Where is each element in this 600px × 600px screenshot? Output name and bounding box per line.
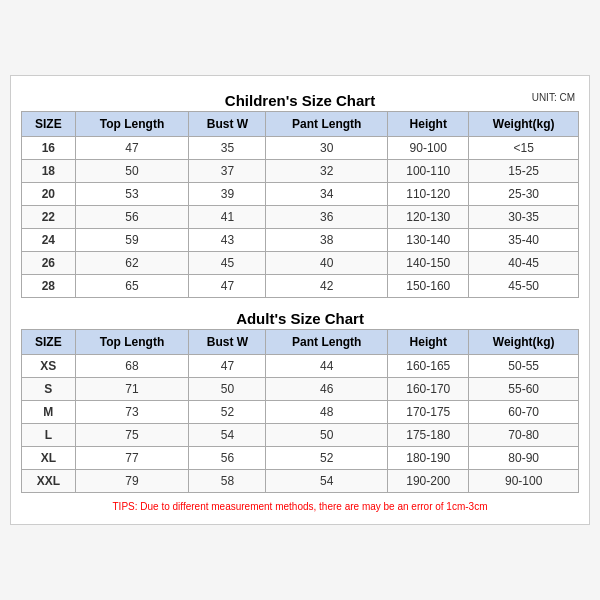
table-cell: 30-35 — [469, 206, 579, 229]
table-cell: 80-90 — [469, 447, 579, 470]
table-cell: 59 — [75, 229, 189, 252]
table-row: 24594338130-14035-40 — [22, 229, 579, 252]
table-cell: 150-160 — [388, 275, 469, 298]
table-cell: 32 — [266, 160, 388, 183]
table-cell: 56 — [189, 447, 266, 470]
table-row: 26624540140-15040-45 — [22, 252, 579, 275]
table-cell: 15-25 — [469, 160, 579, 183]
table-cell: 40-45 — [469, 252, 579, 275]
table-cell: 73 — [75, 401, 189, 424]
table-cell: 40 — [266, 252, 388, 275]
table-row: XS684744160-16550-55 — [22, 355, 579, 378]
adults-header-row: SIZE Top Length Bust W Pant Length Heigh… — [22, 330, 579, 355]
table-cell: 55-60 — [469, 378, 579, 401]
table-cell: 47 — [75, 137, 189, 160]
table-cell: L — [22, 424, 76, 447]
table-cell: 170-175 — [388, 401, 469, 424]
table-cell: <15 — [469, 137, 579, 160]
table-cell: 44 — [266, 355, 388, 378]
table-cell: 30 — [266, 137, 388, 160]
table-row: L755450175-18070-80 — [22, 424, 579, 447]
table-cell: 25-30 — [469, 183, 579, 206]
table-cell: 47 — [189, 275, 266, 298]
table-cell: 50 — [189, 378, 266, 401]
table-cell: 75 — [75, 424, 189, 447]
table-cell: 41 — [189, 206, 266, 229]
table-cell: 180-190 — [388, 447, 469, 470]
adults-section-title: Adult's Size Chart — [21, 304, 579, 329]
table-cell: 130-140 — [388, 229, 469, 252]
table-cell: 26 — [22, 252, 76, 275]
table-cell: 42 — [266, 275, 388, 298]
table-row: S715046160-17055-60 — [22, 378, 579, 401]
table-cell: 68 — [75, 355, 189, 378]
table-cell: 70-80 — [469, 424, 579, 447]
children-col-weight: Weight(kg) — [469, 112, 579, 137]
table-cell: M — [22, 401, 76, 424]
table-cell: 37 — [189, 160, 266, 183]
table-cell: 47 — [189, 355, 266, 378]
table-row: 1647353090-100<15 — [22, 137, 579, 160]
table-cell: 52 — [189, 401, 266, 424]
table-cell: XXL — [22, 470, 76, 493]
table-cell: 53 — [75, 183, 189, 206]
children-col-top-length: Top Length — [75, 112, 189, 137]
table-cell: 18 — [22, 160, 76, 183]
table-cell: 65 — [75, 275, 189, 298]
table-cell: 54 — [266, 470, 388, 493]
table-cell: 48 — [266, 401, 388, 424]
children-col-bust: Bust W — [189, 112, 266, 137]
table-cell: 56 — [75, 206, 189, 229]
table-cell: 90-100 — [388, 137, 469, 160]
table-cell: 100-110 — [388, 160, 469, 183]
table-cell: 45 — [189, 252, 266, 275]
table-cell: 71 — [75, 378, 189, 401]
table-cell: 39 — [189, 183, 266, 206]
table-cell: 60-70 — [469, 401, 579, 424]
table-cell: 38 — [266, 229, 388, 252]
table-cell: 45-50 — [469, 275, 579, 298]
adults-title-text: Adult's Size Chart — [236, 310, 364, 327]
adults-col-height: Height — [388, 330, 469, 355]
adults-col-top-length: Top Length — [75, 330, 189, 355]
table-cell: 35 — [189, 137, 266, 160]
table-cell: 50 — [75, 160, 189, 183]
table-cell: 50-55 — [469, 355, 579, 378]
children-col-pant-length: Pant Length — [266, 112, 388, 137]
table-cell: 190-200 — [388, 470, 469, 493]
table-cell: 77 — [75, 447, 189, 470]
table-row: M735248170-17560-70 — [22, 401, 579, 424]
table-cell: 90-100 — [469, 470, 579, 493]
children-section-title: Children's Size Chart UNIT: CM — [21, 86, 579, 111]
table-cell: XS — [22, 355, 76, 378]
table-cell: 79 — [75, 470, 189, 493]
table-cell: XL — [22, 447, 76, 470]
tips-text: TIPS: Due to different measurement metho… — [21, 499, 579, 514]
table-cell: 36 — [266, 206, 388, 229]
table-row: 28654742150-16045-50 — [22, 275, 579, 298]
table-row: 22564136120-13030-35 — [22, 206, 579, 229]
table-cell: 35-40 — [469, 229, 579, 252]
children-col-size: SIZE — [22, 112, 76, 137]
table-cell: 20 — [22, 183, 76, 206]
table-row: XXL795854190-20090-100 — [22, 470, 579, 493]
table-row: 20533934110-12025-30 — [22, 183, 579, 206]
chart-container: Children's Size Chart UNIT: CM SIZE Top … — [10, 75, 590, 525]
table-cell: 34 — [266, 183, 388, 206]
table-cell: 58 — [189, 470, 266, 493]
children-table: SIZE Top Length Bust W Pant Length Heigh… — [21, 111, 579, 298]
table-cell: 160-165 — [388, 355, 469, 378]
table-row: XL775652180-19080-90 — [22, 447, 579, 470]
table-cell: 28 — [22, 275, 76, 298]
table-cell: S — [22, 378, 76, 401]
adults-col-size: SIZE — [22, 330, 76, 355]
table-cell: 24 — [22, 229, 76, 252]
adults-col-weight: Weight(kg) — [469, 330, 579, 355]
table-cell: 54 — [189, 424, 266, 447]
table-cell: 52 — [266, 447, 388, 470]
table-cell: 140-150 — [388, 252, 469, 275]
table-cell: 175-180 — [388, 424, 469, 447]
table-row: 18503732100-11015-25 — [22, 160, 579, 183]
table-cell: 120-130 — [388, 206, 469, 229]
table-cell: 46 — [266, 378, 388, 401]
